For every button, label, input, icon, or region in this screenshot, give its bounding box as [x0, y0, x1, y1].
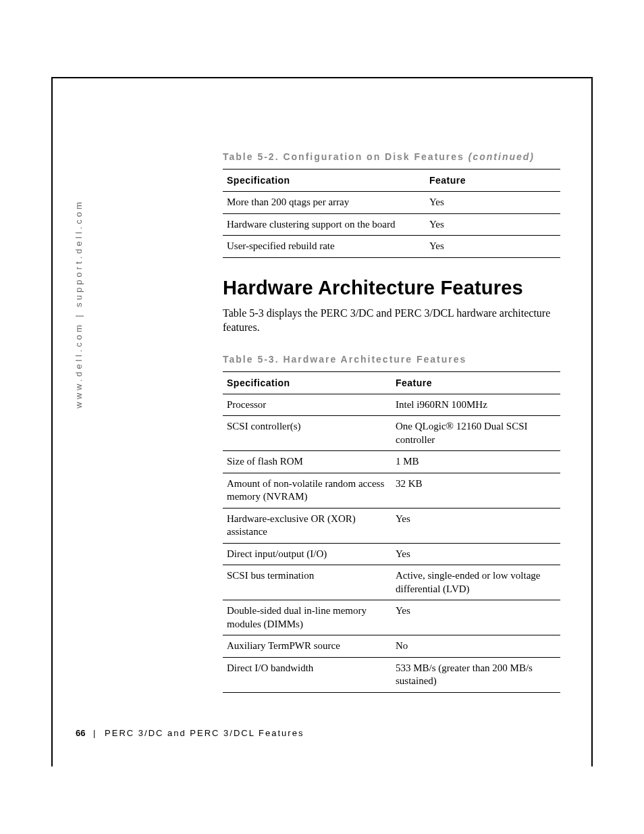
table-row: SCSI bus termination Active, single-ende… [223, 565, 560, 600]
table-5-3: Specification Feature Processor Intel i9… [223, 371, 560, 693]
table-row: Amount of non-volatile random access mem… [223, 473, 560, 508]
table-row: Direct input/output (I/O) Yes [223, 543, 560, 565]
footer-separator: | [93, 728, 97, 738]
table-row: User-specified rebuild rate Yes [223, 236, 560, 258]
table-5-3-caption: Table 5-3. Hardware Architecture Feature… [223, 354, 560, 365]
cell-feat: Yes [392, 543, 560, 565]
table-5-2-caption: Table 5-2. Configuration on Disk Feature… [223, 151, 560, 162]
cell-spec: Size of flash ROM [223, 451, 392, 473]
table-row: Hardware clustering support on the board… [223, 213, 560, 236]
page-footer: 66 | PERC 3/DC and PERC 3/DCL Features [76, 728, 304, 738]
table-row: Hardware-exclusive OR (XOR) assistance Y… [223, 508, 560, 543]
section-body: Table 5-3 displays the PERC 3/DC and PER… [223, 306, 560, 335]
side-url: www.dell.com | support.dell.com [74, 199, 84, 408]
cell-spec: Direct I/O bandwidth [223, 657, 392, 692]
table-header-row: Specification Feature [223, 170, 560, 192]
cell-spec: More than 200 qtags per array [223, 192, 425, 214]
cell-feat: Yes [425, 236, 560, 258]
cell-spec: SCSI bus termination [223, 565, 392, 600]
caption-continued: (continued) [468, 151, 535, 162]
table-row: More than 200 qtags per array Yes [223, 192, 560, 214]
cell-feat: Yes [425, 192, 560, 214]
cell-spec: SCSI controller(s) [223, 416, 392, 451]
cell-spec: Double-sided dual in-line memory modules… [223, 600, 392, 635]
cell-feat: 1 MB [392, 451, 560, 473]
page-number: 66 [76, 728, 85, 738]
cell-feat: 32 KB [392, 473, 560, 508]
cell-spec: Hardware clustering support on the board [223, 213, 425, 236]
table-header-row: Specification Feature [223, 371, 560, 394]
col-specification: Specification [223, 371, 392, 394]
table-row: Auxiliary TermPWR source No [223, 635, 560, 658]
cell-spec: Auxiliary TermPWR source [223, 635, 392, 658]
footer-title: PERC 3/DC and PERC 3/DCL Features [105, 728, 304, 738]
cell-feat: 533 MB/s (greater than 200 MB/s sustaine… [392, 657, 560, 692]
cell-feat: Yes [425, 213, 560, 236]
cell-spec: Direct input/output (I/O) [223, 543, 392, 565]
caption-text: Table 5-2. Configuration on Disk Feature… [223, 151, 468, 162]
col-feature: Feature [392, 371, 560, 394]
table-row: Size of flash ROM 1 MB [223, 451, 560, 473]
cell-feat: Active, single-ended or low voltage diff… [392, 565, 560, 600]
table-row: SCSI controller(s) One QLogic® 12160 Dua… [223, 416, 560, 451]
table-row: Processor Intel i960RN 100MHz [223, 394, 560, 416]
col-specification: Specification [223, 170, 425, 192]
cell-feat: Yes [392, 508, 560, 543]
table-5-2: Specification Feature More than 200 qtag… [223, 169, 560, 258]
cell-spec: Processor [223, 394, 392, 416]
cell-feat: One QLogic® 12160 Dual SCSI controller [392, 416, 560, 451]
cell-feat: No [392, 635, 560, 658]
page-content: Table 5-2. Configuration on Disk Feature… [223, 151, 560, 712]
table-row: Double-sided dual in-line memory modules… [223, 600, 560, 635]
col-feature: Feature [425, 170, 560, 192]
cell-spec: Amount of non-volatile random access mem… [223, 473, 392, 508]
table-row: Direct I/O bandwidth 533 MB/s (greater t… [223, 657, 560, 692]
section-heading: Hardware Architecture Features [223, 277, 560, 299]
cell-spec: User-specified rebuild rate [223, 236, 425, 258]
cell-feat: Yes [392, 600, 560, 635]
cell-feat: Intel i960RN 100MHz [392, 394, 560, 416]
cell-spec: Hardware-exclusive OR (XOR) assistance [223, 508, 392, 543]
